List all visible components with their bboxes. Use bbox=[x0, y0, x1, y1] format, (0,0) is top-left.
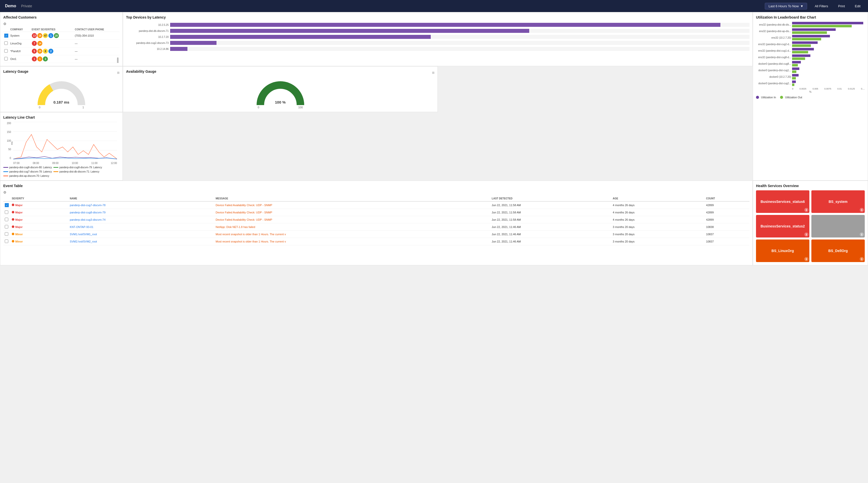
message-col-header: MESSAGE bbox=[214, 196, 490, 201]
bar-container bbox=[170, 23, 749, 27]
age-col-header: AGE bbox=[611, 196, 704, 201]
event-message: Most recent snapshot is older than 1 Hou… bbox=[214, 238, 490, 245]
customer-phone: — bbox=[74, 39, 120, 48]
print-button[interactable]: Print bbox=[836, 3, 847, 9]
gauge-grid-icon2[interactable]: ⊞ bbox=[432, 71, 434, 75]
latency-line-chart: 200150100500 ms bbox=[3, 122, 120, 165]
util-row: ens32 (panderp-dist-cug2-d... bbox=[756, 41, 865, 47]
event-message: Device Failed Availability Check: UDP - … bbox=[214, 209, 490, 216]
latency-gauge-max: 1 bbox=[83, 106, 84, 109]
customer-name: LinuxOrg bbox=[9, 39, 31, 48]
line-legend-item: panderp-dist-cug8-discvm-80: Latency bbox=[3, 166, 52, 169]
event-checkbox[interactable] bbox=[5, 218, 8, 221]
row-checkbox[interactable] bbox=[4, 49, 8, 53]
util-row: ens32 (panderp-dist-ap-dis... bbox=[756, 28, 865, 34]
util-row: ens32 (panderp-dist-db-dis... bbox=[756, 22, 865, 27]
health-card[interactable]: BS_DellOrg ℹ bbox=[811, 239, 865, 262]
util-in-bar bbox=[792, 41, 818, 44]
event-table-settings-icon[interactable]: ⚙ bbox=[3, 190, 6, 194]
event-name[interactable]: panderp-dist-cug7-discvm-78 bbox=[68, 201, 214, 209]
info-icon[interactable]: ℹ bbox=[804, 257, 808, 261]
util-bars-container bbox=[792, 61, 865, 66]
event-message: NetApp: Disk NET-1.8 has failed bbox=[214, 223, 490, 231]
customer-name: System bbox=[9, 32, 31, 39]
event-name[interactable]: SVM1:/vol/SVM1_root bbox=[68, 231, 214, 238]
event-checkbox[interactable] bbox=[5, 225, 8, 228]
latency-line-title: Latency Line Chart bbox=[3, 115, 120, 119]
info-icon[interactable]: ℹ bbox=[860, 208, 864, 212]
customer-table: COMPANY EVENT SEVERITIES CONTACT USER PH… bbox=[3, 27, 120, 63]
health-card-label: BusinessServices_status2 bbox=[761, 224, 805, 228]
health-card[interactable]: ℹ bbox=[811, 215, 865, 237]
health-card-label: BS_system bbox=[829, 200, 848, 204]
event-name[interactable]: SVM2:/vol/SVM2_root bbox=[68, 238, 214, 245]
info-icon[interactable]: ℹ bbox=[804, 208, 808, 212]
utilization-title: Utilization In Leaderboard Bar Chart bbox=[756, 15, 865, 19]
demo-label: Demo bbox=[5, 4, 16, 8]
legend-line bbox=[3, 171, 8, 172]
row-checkbox[interactable] bbox=[4, 41, 8, 45]
time-filter-button[interactable]: Last 6 Hours To Now ▼ bbox=[765, 3, 807, 9]
health-services-title: Health Services Overview bbox=[756, 184, 865, 188]
event-severity: Major bbox=[10, 201, 68, 209]
line-legend-item: panderp-dist-ap-discvm-70: Latency bbox=[3, 174, 49, 177]
event-checkbox[interactable] bbox=[5, 232, 8, 236]
event-severity: Minor bbox=[10, 238, 68, 245]
settings-icon[interactable]: ⚙ bbox=[3, 22, 6, 26]
severity-badge: 8 bbox=[43, 49, 48, 54]
row-checkbox[interactable]: ✓ bbox=[4, 34, 8, 38]
util-out-bar bbox=[792, 57, 805, 60]
bar-container bbox=[170, 29, 749, 33]
severity-col-header: SEVERITY bbox=[10, 196, 68, 201]
event-last-detected: Jun 22, 2021, 11:46 AM bbox=[490, 231, 611, 238]
health-card[interactable]: BusinessServices_status2 ℹ bbox=[756, 215, 809, 237]
util-row: docker0 (panderp-dist-cug1... bbox=[756, 67, 865, 73]
event-severity: Minor bbox=[10, 231, 68, 238]
top-devices-panel: Top Devices by Latency 10.2.5.25 panderp… bbox=[123, 12, 753, 66]
top-devices-title: Top Devices by Latency bbox=[126, 15, 749, 19]
gauge-grid-icon[interactable]: ⊞ bbox=[117, 71, 120, 75]
axis-label: 0.005 bbox=[813, 87, 818, 90]
availability-gauge-min: 0 bbox=[258, 106, 259, 109]
severity-dot bbox=[12, 211, 14, 214]
event-severity: Major bbox=[10, 223, 68, 231]
event-checkbox[interactable]: ✓ bbox=[5, 203, 9, 207]
availability-gauge-panel: Availability Gauge ⊞ 100 % 0 100 bbox=[123, 66, 438, 112]
event-age: 3 months 20 days bbox=[611, 223, 704, 231]
health-card[interactable]: BusinessServices_status6 ℹ bbox=[756, 190, 809, 213]
event-count: 42899 bbox=[705, 201, 749, 209]
grid-line bbox=[13, 150, 117, 150]
legend-label: Utilization Out bbox=[785, 96, 802, 99]
top-devices-chart: 10.2.5.25 panderp-dist-db-discvm-71 10.2… bbox=[126, 22, 749, 54]
severity-badge: 7 bbox=[32, 41, 37, 46]
event-name[interactable]: panderp-dist-cug3-discvm-74 bbox=[68, 216, 214, 223]
edit-button[interactable]: Edit bbox=[852, 3, 863, 9]
event-count: 10837 bbox=[705, 238, 749, 245]
event-checkbox[interactable] bbox=[5, 210, 8, 214]
event-checkbox[interactable] bbox=[5, 239, 8, 243]
util-out-bar bbox=[792, 51, 808, 53]
health-card[interactable]: BS_system ℹ bbox=[811, 190, 865, 213]
event-message: Device Failed Availability Check: UDP - … bbox=[214, 216, 490, 223]
severity-badge: 15 bbox=[37, 49, 42, 54]
axis-label: 0.0075 bbox=[825, 87, 831, 90]
utilization-panel: Utilization In Leaderboard Bar Chart ens… bbox=[753, 12, 868, 180]
event-name[interactable]: panderp-dist-cug8-discvm-79 bbox=[68, 209, 214, 216]
customer-row: Ore1113— bbox=[3, 55, 120, 63]
util-bars-container bbox=[792, 28, 865, 34]
event-severity: Major bbox=[10, 216, 68, 223]
bar-label: 10.2.14.86 bbox=[126, 48, 168, 50]
info-icon[interactable]: ℹ bbox=[860, 257, 864, 261]
event-name[interactable]: KNT-ONTAP-93-01 bbox=[68, 223, 214, 231]
info-icon[interactable]: ℹ bbox=[860, 232, 864, 236]
info-icon[interactable]: ℹ bbox=[804, 232, 808, 236]
util-in-bar bbox=[792, 74, 799, 77]
y-axis-label: ms bbox=[10, 141, 13, 145]
health-card[interactable]: BS_LinuxOrg ℹ bbox=[756, 239, 809, 262]
legend-dot bbox=[756, 96, 759, 99]
legend-label: panderp-dist-cug7-discvm-78: Latency bbox=[9, 170, 52, 173]
util-row: ens32 (panderp-dist-cug1-d... bbox=[756, 48, 865, 53]
all-filters-button[interactable]: All Filters bbox=[812, 3, 830, 9]
latency-line-panel: Latency Line Chart 200150100500 ms bbox=[0, 112, 123, 180]
row-checkbox[interactable] bbox=[4, 57, 8, 60]
